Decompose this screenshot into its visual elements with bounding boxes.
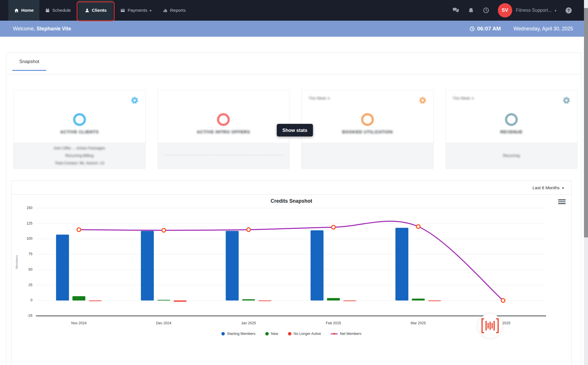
account-menu[interactable]: Fitness Support... (516, 8, 556, 13)
credit-card-icon (120, 8, 125, 13)
chevron-down-icon (555, 8, 556, 13)
y-axis-label: 75 (28, 252, 32, 256)
greeting-text: Welcome, (13, 26, 35, 32)
x-axis-label: Mar 2025 (411, 321, 426, 325)
net-members-marker[interactable] (247, 228, 250, 231)
bar-no-longer-active[interactable] (428, 300, 441, 301)
history-button[interactable] (483, 7, 490, 14)
barcode-icon (481, 318, 499, 333)
notifications-button[interactable] (468, 7, 474, 14)
card-title: BOOKED UTILIZATION (302, 129, 433, 134)
nav-item-reports[interactable]: Reports (157, 0, 191, 21)
show-stats-button[interactable]: Show stats (277, 124, 313, 136)
chevron-down-icon (328, 96, 330, 100)
datetime: 06:07 AM Wednesday, April 30, 2025 (469, 26, 573, 32)
loading-logo (478, 314, 502, 338)
net-members-marker[interactable] (77, 228, 81, 231)
bar-new[interactable] (242, 299, 255, 300)
chat-button[interactable] (452, 7, 459, 14)
legend-item-starting-members[interactable]: Starting Members (221, 332, 256, 336)
card-footer-line: Recurring (503, 152, 520, 159)
credits-snapshot-chart: 1501251007550250-25Nov 2024Dec 2024Jan 2… (11, 195, 572, 329)
bar-starting-members[interactable] (141, 231, 154, 300)
legend-label: Starting Members (227, 332, 256, 336)
card-footer (158, 143, 289, 168)
stat-card-active-intro-offers: ACTIVE INTRO OFFERS (158, 90, 290, 169)
card-body: ACTIVE CLIENTS (14, 90, 145, 143)
svg-text:?: ? (567, 8, 570, 13)
legend-marker (221, 332, 225, 335)
stat-card-revenue: This Week REVENUE Recurring (446, 90, 578, 169)
nav-item-label: Reports (170, 8, 185, 13)
legend-net-marker (331, 333, 338, 334)
nav-item-clients[interactable]: Clients (78, 0, 113, 21)
card-body: This Week BOOKED UTILIZATION (302, 90, 433, 143)
bar-starting-members[interactable] (395, 228, 408, 300)
bar-no-longer-active[interactable] (89, 300, 102, 301)
card-footer-line: Total Contact: 96, Alumni: 13 (55, 159, 104, 167)
person-icon (85, 8, 90, 13)
nav-actions: SV Fitness Support... ? (452, 0, 572, 21)
legend-label: Net Members (340, 332, 361, 336)
chevron-down-icon (150, 8, 151, 13)
legend-label: New (271, 332, 278, 336)
card-footer-line: Recurring Billing (65, 152, 94, 159)
chart-body: Credits Snapshot 1501251007550250-25Nov … (11, 195, 571, 365)
x-axis-label: Feb 2025 (326, 321, 341, 325)
bar-new[interactable] (157, 300, 170, 300)
net-members-marker[interactable] (416, 225, 420, 229)
gear-icon[interactable] (129, 95, 140, 106)
net-members-marker[interactable] (501, 299, 505, 302)
nav-item-schedule[interactable]: Schedule (39, 0, 77, 21)
bar-no-longer-active[interactable] (258, 300, 271, 301)
clock-icon (469, 26, 475, 32)
y-axis-label: 0 (30, 298, 32, 302)
x-axis-label: Dec 2024 (156, 321, 171, 325)
bar-new[interactable] (327, 298, 340, 300)
bar-starting-members[interactable] (311, 230, 324, 300)
chevron-down-icon (562, 185, 564, 190)
gear-icon[interactable] (417, 95, 428, 106)
legend-marker (288, 332, 291, 335)
bar-no-longer-active[interactable] (343, 300, 356, 301)
period-label: This Week (309, 96, 326, 100)
scrollbar-thumb[interactable] (584, 8, 588, 237)
nav-item-payments[interactable]: Payments (115, 0, 157, 21)
bar-new[interactable] (72, 296, 85, 300)
card-footer: Intro Offer ... Active PackagesRecurring… (14, 143, 145, 168)
bar-new[interactable] (412, 299, 425, 300)
tab-snapshot[interactable]: Snapshot (12, 53, 46, 71)
welcome-message: Welcome, Stephanie Vite (13, 26, 71, 32)
range-label: Last 6 Months (533, 185, 560, 190)
card-body: ACTIVE INTRO OFFERS (158, 90, 289, 143)
page-scrollbar[interactable] (584, 0, 588, 365)
divider (164, 155, 283, 155)
bar-no-longer-active[interactable] (174, 300, 187, 302)
nav-item-home[interactable]: Home (8, 0, 39, 21)
stat-card-active-clients: ACTIVE CLIENTS Intro Offer ... Active Pa… (13, 90, 146, 169)
period-selector[interactable]: This Week (453, 96, 474, 100)
period-selector[interactable]: This Week (309, 96, 330, 100)
legend-item-new[interactable]: New (265, 332, 278, 336)
y-axis-title: Members (15, 255, 18, 269)
welcome-bar: Welcome, Stephanie Vite 06:07 AM Wednesd… (0, 21, 588, 37)
bell-icon (468, 7, 474, 14)
y-axis-label: 100 (26, 237, 32, 241)
help-button[interactable]: ? (565, 7, 572, 14)
net-members-marker[interactable] (162, 229, 166, 232)
gear-icon[interactable] (561, 95, 572, 106)
y-axis-label: 50 (28, 268, 32, 272)
tab-bar: Snapshot (6, 53, 581, 74)
bar-starting-members[interactable] (226, 231, 239, 300)
card-footer: Recurring (446, 143, 577, 168)
bar-starting-members[interactable] (56, 235, 69, 300)
chart-header: Last 6 Months (11, 181, 571, 195)
account-label: Fitness Support... (516, 8, 552, 13)
nav-item-label: Schedule (52, 8, 71, 13)
legend-item-no-longer-active[interactable]: No Longer Active (288, 332, 321, 336)
avatar[interactable]: SV (498, 3, 512, 17)
legend-item-net-members[interactable]: Net Members (331, 332, 361, 336)
time-text: 06:07 AM (477, 26, 501, 32)
range-selector[interactable]: Last 6 Months (533, 185, 564, 190)
net-members-marker[interactable] (332, 225, 335, 229)
